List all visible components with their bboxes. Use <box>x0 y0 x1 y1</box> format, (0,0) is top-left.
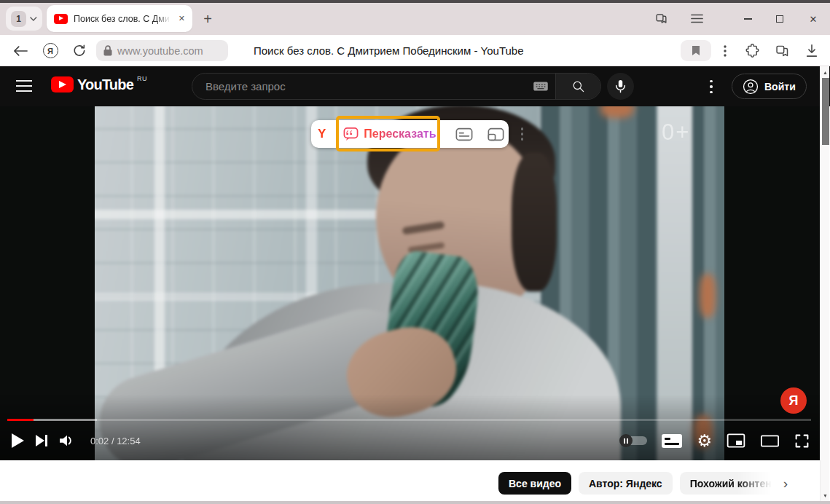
search-icon <box>571 79 585 93</box>
chip-author[interactable]: Автор: Яндекс <box>579 472 673 495</box>
youtube-guide-button[interactable] <box>16 79 32 93</box>
tab-counter-button[interactable]: 1 <box>6 7 42 31</box>
youtube-logo-text: YouTube <box>77 76 133 92</box>
bookmark-flag-icon <box>692 45 700 56</box>
browser-menu-button[interactable] <box>691 14 703 23</box>
sign-in-label: Войти <box>764 81 796 92</box>
youtube-favicon-icon <box>54 14 68 24</box>
scroll-up-button[interactable]: ▲ <box>821 67 830 77</box>
yandex-browser-logo-icon[interactable]: Y <box>318 125 326 143</box>
scroll-down-button[interactable]: ▼ <box>821 490 830 500</box>
window-minimize-button[interactable] <box>737 9 758 29</box>
yandex-overlay-toolbar: Y Пересказать <box>311 120 509 148</box>
miniplayer-button[interactable] <box>727 433 745 448</box>
youtube-settings-kebab[interactable] <box>704 76 719 97</box>
volume-button[interactable] <box>58 433 76 448</box>
kebab-dots-icon <box>724 45 727 57</box>
next-button[interactable] <box>35 434 48 447</box>
time-display: 0:02 / 12:54 <box>90 436 141 446</box>
maximize-icon <box>776 15 783 23</box>
collections-button[interactable] <box>771 35 793 66</box>
chips-scroll-right-button[interactable]: › <box>783 476 788 492</box>
new-tab-button[interactable]: + <box>198 9 217 28</box>
keyboard-icon[interactable] <box>533 82 548 91</box>
progress-bar[interactable] <box>7 419 811 421</box>
sign-in-button[interactable]: Войти <box>732 74 807 99</box>
search-input[interactable] <box>192 80 533 92</box>
youtube-region-badge: RU <box>137 75 147 82</box>
retell-button[interactable]: Пересказать <box>343 127 436 142</box>
yandex-assistant-fab[interactable]: Я <box>780 387 807 414</box>
puzzle-icon <box>745 43 760 58</box>
autoplay-knob-pause-icon <box>619 434 633 447</box>
downloads-button[interactable] <box>802 35 822 66</box>
tab-strip: 1 Поиск без слов. С Дми ✕ + ✕ <box>0 3 830 35</box>
active-tab[interactable]: Поиск без слов. С Дми ✕ <box>47 5 192 32</box>
chip-related[interactable]: Похожий контент <box>680 472 775 495</box>
youtube-play-icon <box>51 76 74 92</box>
retell-label: Пересказать <box>364 127 436 141</box>
video-player[interactable]: Y Пересказать <box>0 106 820 460</box>
address-bar[interactable]: www.youtube.com <box>96 40 228 61</box>
toolbar-kebab-menu[interactable] <box>719 35 732 66</box>
back-button[interactable] <box>12 35 29 66</box>
extensions-button[interactable] <box>742 35 762 66</box>
minimize-icon <box>744 18 752 20</box>
filter-chips: Все видео Автор: Яндекс Похожий контент … <box>498 472 788 495</box>
browser-window: 1 Поиск без слов. С Дми ✕ + ✕ <box>0 0 830 504</box>
window-close-button[interactable]: ✕ <box>803 9 823 29</box>
window-maximize-button[interactable] <box>770 9 790 29</box>
microphone-icon <box>615 79 626 93</box>
voice-search-button[interactable] <box>607 73 634 100</box>
overlay-pip-button[interactable] <box>488 127 504 141</box>
download-icon <box>805 44 818 58</box>
search-button[interactable] <box>555 74 600 99</box>
play-button[interactable] <box>10 433 25 449</box>
window-bottom-border <box>0 501 830 504</box>
quote-bubble-icon <box>343 127 359 142</box>
bookmark-button[interactable] <box>681 40 711 61</box>
overlay-more-button[interactable] <box>519 127 526 141</box>
page-scrollbar[interactable]: ▲ ▼ <box>820 66 829 501</box>
tab-close-button[interactable]: ✕ <box>179 14 185 23</box>
below-video-strip: Все видео Автор: Яндекс Похожий контент … <box>0 460 830 501</box>
played-segment <box>7 419 34 421</box>
subtitles-button[interactable] <box>662 434 682 448</box>
reload-button[interactable] <box>70 35 87 66</box>
player-controls-left: 0:02 / 12:54 <box>10 425 141 456</box>
person-icon <box>743 79 759 95</box>
overlay-subtitles-button[interactable] <box>455 127 473 141</box>
collections-icon <box>775 43 790 58</box>
fullscreen-button[interactable] <box>794 433 810 449</box>
autoplay-toggle[interactable] <box>621 436 647 445</box>
player-controls-right: ⚙ <box>621 425 810 456</box>
chevron-down-icon <box>30 17 37 21</box>
settings-button[interactable]: ⚙ <box>697 433 712 449</box>
yandex-letter-icon: Я <box>43 43 58 58</box>
search-box <box>192 73 601 100</box>
browser-toolbar: Я www.youtube.com Поиск без слов. С Дмит… <box>0 35 830 66</box>
chip-all-videos[interactable]: Все видео <box>498 472 571 495</box>
yandex-home-button[interactable]: Я <box>42 35 59 66</box>
tab-groups-icon[interactable] <box>654 12 668 25</box>
tab-count-badge: 1 <box>11 11 26 27</box>
url-text: www.youtube.com <box>117 45 203 57</box>
youtube-header: YouTube RU <box>0 66 830 106</box>
theater-mode-button[interactable] <box>760 435 780 447</box>
youtube-logo[interactable]: YouTube RU <box>51 76 147 92</box>
age-rating: 0+ <box>662 119 690 146</box>
page-title: Поиск без слов. С Дмитрием Побединским -… <box>254 35 524 66</box>
page-content: YouTube RU <box>0 66 830 501</box>
tab-title: Поиск без слов. С Дми <box>74 14 173 24</box>
lock-icon <box>103 45 112 56</box>
scrollbar-thumb[interactable] <box>822 78 829 145</box>
